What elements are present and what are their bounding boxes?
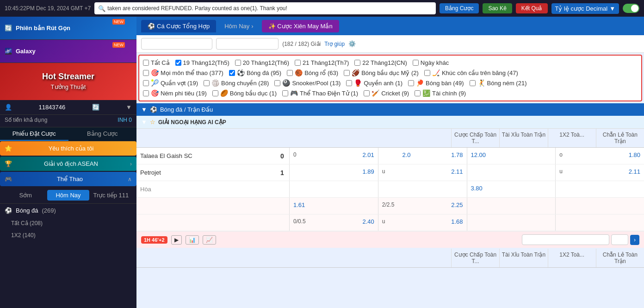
nav-yeu-thich[interactable]: ⭐ Yêu thích của tôi › bbox=[0, 141, 136, 156]
odds-count[interactable]: 8 ▼ bbox=[611, 234, 628, 245]
filter-date-21-checkbox[interactable] bbox=[295, 60, 301, 66]
search-bar[interactable]: 🔍 taken are considered REFUNDED. Parlay … bbox=[94, 2, 436, 14]
filter-date-21[interactable]: 21 Tháng12(Th7) bbox=[295, 59, 349, 66]
filter-bong-bau-duc[interactable]: 🏉 Bóng bầu dục (1) bbox=[212, 89, 277, 97]
refresh-icon[interactable]: 🔄 bbox=[92, 104, 99, 111]
filter-cricket-checkbox[interactable] bbox=[364, 90, 370, 96]
tab-hom-nay[interactable]: Hôm Nay › bbox=[218, 20, 260, 32]
sidebar-banner-galaxy[interactable]: 🌌 Galaxy NEW bbox=[0, 40, 136, 63]
extra2-chap-val[interactable]: 2.40 bbox=[362, 218, 374, 225]
sao-ke-button[interactable]: Sao Kê bbox=[483, 3, 512, 13]
filter-tai-chinh-checkbox[interactable] bbox=[415, 90, 421, 96]
tab-phieu-dat-cuoc[interactable]: Phiếu Đặt Cược bbox=[0, 127, 68, 141]
stats-icon-btn[interactable]: 📊 bbox=[186, 235, 199, 245]
filter-bong-ro-checkbox[interactable] bbox=[287, 70, 293, 76]
filter-cricket[interactable]: 🏏 Cricket (9) bbox=[364, 89, 409, 97]
chan-val[interactable]: 1.80 bbox=[629, 151, 640, 158]
filter-bong-nem[interactable]: 🤾 Bóng ném (21) bbox=[470, 79, 527, 87]
filter-date-other[interactable]: Ngày khác bbox=[413, 59, 449, 66]
le-val[interactable]: 2.11 bbox=[451, 168, 463, 175]
filter-quyen-anh-checkbox[interactable] bbox=[346, 80, 352, 86]
filter-date-19[interactable]: 19 Tháng12(Th5) bbox=[175, 59, 229, 66]
filter-tai-chinh[interactable]: 💹 Tài chính (9) bbox=[415, 89, 466, 97]
filter-snooker[interactable]: 🎱 Snooker/Pool (13) bbox=[274, 79, 341, 87]
hoa-val[interactable]: 3.80 bbox=[471, 185, 483, 192]
filter-date-22-checkbox[interactable] bbox=[354, 60, 360, 66]
tab-cuoc-xien[interactable]: ✨ Cược Xiên May Mắn bbox=[262, 20, 339, 32]
filter-bong-bau-duc-checkbox[interactable] bbox=[212, 90, 218, 96]
sidebar-sport-bong-da[interactable]: ⚽ Bóng đá (269) bbox=[0, 204, 136, 217]
filter-date-19-checkbox[interactable] bbox=[175, 60, 181, 66]
xiu-val[interactable]: 1.78 bbox=[451, 151, 463, 158]
league-star-icon[interactable]: ☆ bbox=[150, 119, 155, 126]
filter-loai-cuoc[interactable]: Tất cả các loại cược ▼ bbox=[141, 38, 212, 50]
sidebar-sub-tat-ca[interactable]: Tất Cả (208) bbox=[0, 217, 136, 229]
filter-bong-chuyen[interactable]: 🏐 Bóng chuyền (28) bbox=[204, 79, 269, 87]
filter-nem-phi-tieu-checkbox[interactable] bbox=[143, 90, 149, 96]
filter-tat-ca[interactable]: Tất Cả bbox=[143, 59, 170, 66]
next-match-btn[interactable]: › bbox=[630, 235, 639, 245]
filter-bong-bau-duc-my-checkbox[interactable] bbox=[344, 70, 350, 76]
filter-bong-nem-checkbox[interactable] bbox=[470, 80, 476, 86]
filter-date-20-checkbox[interactable] bbox=[235, 60, 241, 66]
settings-icon[interactable]: ⚙️ bbox=[348, 40, 356, 47]
filter-quan-vot[interactable]: 🎾 Quần vợt (19) bbox=[143, 79, 198, 87]
filter-nem-phi-tieu[interactable]: 🎯 Ném phi tiêu (19) bbox=[143, 89, 207, 97]
section-header[interactable]: ▼ ⚽ Bóng đá / Trận Đấu bbox=[136, 103, 644, 116]
chevron-down-odds-icon: ▼ bbox=[600, 236, 606, 243]
extra-tai-val[interactable]: 2.25 bbox=[451, 201, 463, 208]
extra2-spacer bbox=[136, 214, 275, 231]
tab-truc-tiep[interactable]: Trực tiếp 111 bbox=[90, 190, 132, 201]
tab-ca-cuoc-tong-hop[interactable]: ⚽ Cá Cược Tổng Hợp bbox=[141, 20, 216, 32]
filter-moi-mon[interactable]: 🎯 Mọi môn thể thao (377) bbox=[143, 69, 223, 76]
filter-bong-chuyen-checkbox[interactable] bbox=[204, 80, 210, 86]
sidebar-banner-rutgon[interactable]: 🔄 Phiên bản Rút Gọn NEW bbox=[0, 17, 136, 40]
filter-the-thao-dien-tu-checkbox[interactable] bbox=[282, 90, 288, 96]
filter-tat-ca-checkbox[interactable] bbox=[143, 60, 149, 66]
filter-bong-ro[interactable]: 🏀 Bóng rổ (63) bbox=[287, 69, 338, 76]
tab-hom-nay[interactable]: Hôm Nay bbox=[47, 190, 89, 201]
theme-toggle[interactable] bbox=[623, 4, 639, 13]
extra-chap-group: 1.61 bbox=[289, 198, 378, 214]
extra2-xiu-val[interactable]: 1.68 bbox=[451, 218, 463, 225]
filter-snooker-checkbox[interactable] bbox=[274, 80, 280, 86]
filter-date-20[interactable]: 20 Tháng12(Th6) bbox=[235, 59, 289, 66]
odds-type-select[interactable]: Các loại cược Châu Á khác ▼ bbox=[522, 234, 609, 245]
filter-bong-bau-duc-my[interactable]: 🏈 Bóng bầu dục Mỹ (2) bbox=[344, 69, 419, 76]
match-container: Talaea El Gaish SC 0 0 2.01 bbox=[136, 148, 644, 248]
filter-quyen-anh[interactable]: 🥊 Quyền anh (1) bbox=[346, 79, 402, 87]
chart-btn[interactable]: 📈 bbox=[203, 235, 216, 245]
extra-odds-label[interactable]: 1.61 bbox=[293, 201, 305, 208]
chevron-down-icon[interactable]: ▼ bbox=[126, 104, 132, 111]
league-expand-icon[interactable]: ▼ bbox=[141, 119, 147, 126]
chap-val2[interactable]: 1.89 bbox=[362, 168, 374, 175]
chan-row: o 1.80 bbox=[556, 148, 644, 162]
filter-bong-ban[interactable]: 🏓 Bóng bàn (49) bbox=[408, 79, 464, 87]
tab-som[interactable]: Sớm bbox=[5, 190, 46, 201]
ty-le-dropdown[interactable]: Tỷ lệ cược Decimal ▼ bbox=[551, 3, 619, 14]
filter-date-22[interactable]: 22 Tháng12(CN) bbox=[354, 59, 407, 66]
bang-cuoc-button[interactable]: Bảng Cược bbox=[440, 3, 479, 13]
filter-the-thao-dien-tu[interactable]: 🎮 Thể Thao Điện Tử (1) bbox=[282, 89, 358, 97]
filter-khuc-con-cau-checkbox[interactable] bbox=[424, 70, 430, 76]
chap-val1[interactable]: 2.01 bbox=[362, 151, 374, 158]
1x2-val[interactable]: 12.00 bbox=[471, 151, 486, 158]
filter-tran-dau[interactable]: Bộ Lọc Trận Đấu ▼ bbox=[216, 38, 279, 50]
filter-quan-vot-checkbox[interactable] bbox=[143, 80, 149, 86]
filter-bong-da[interactable]: ⚽ Bóng đá (95) bbox=[229, 69, 281, 76]
le-row: u 2.11 bbox=[378, 164, 467, 178]
ket-qua-button[interactable]: Kết Quả bbox=[516, 3, 548, 13]
nav-giai-vo-dich[interactable]: 🏆 Giải vô địch ASEAN › bbox=[0, 157, 136, 171]
play-button[interactable]: ▶ bbox=[171, 235, 182, 245]
filter-moi-mon-checkbox[interactable] bbox=[143, 70, 149, 76]
filter-date-other-checkbox[interactable] bbox=[413, 60, 419, 66]
sidebar-sub-1x2[interactable]: 1X2 (140) bbox=[0, 229, 136, 241]
filter-bong-ban-checkbox[interactable] bbox=[408, 80, 414, 86]
filter-help[interactable]: Trợ giúp bbox=[324, 41, 345, 47]
filter-khuc-con-cau[interactable]: 🏒 Khúc côn cầu trên băng (47) bbox=[424, 69, 518, 76]
tab-bang-cuoc[interactable]: Bảng Cược bbox=[68, 127, 137, 141]
le-val2[interactable]: 2.11 bbox=[629, 168, 640, 175]
tai-val[interactable]: 2.0 bbox=[402, 151, 411, 158]
filter-bong-da-checkbox[interactable] bbox=[229, 70, 235, 76]
nav-the-thao[interactable]: 🎮 Thể Thao ∧ bbox=[0, 172, 136, 186]
